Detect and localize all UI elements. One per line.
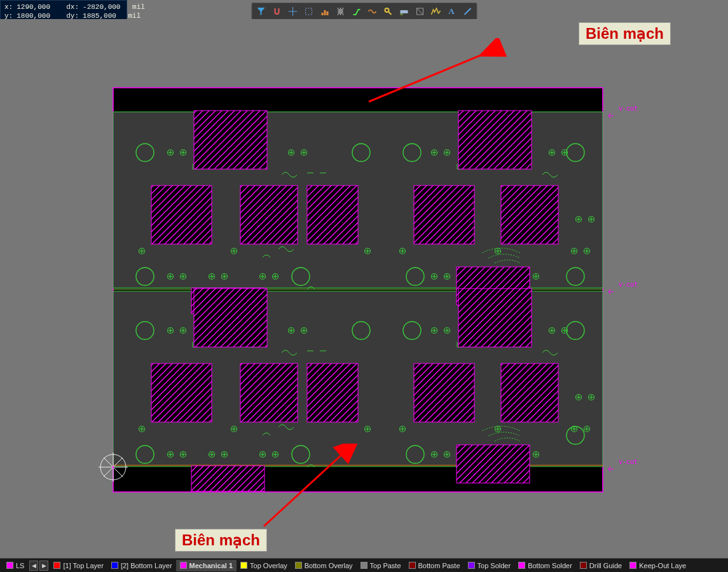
ruler-icon[interactable]	[396, 4, 411, 18]
line-icon[interactable]	[460, 4, 475, 18]
layer-tab[interactable]: Mechanical 1	[176, 560, 237, 571]
layer-tab[interactable]: Top Solder	[464, 560, 515, 571]
annotation-top: Biên mạch	[579, 22, 671, 45]
layer-swatch	[629, 562, 636, 569]
layer-tab[interactable]: [2] Bottom Layer	[107, 560, 176, 571]
layer-tab[interactable]: Bottom Paste	[405, 560, 464, 571]
svg-point-60	[113, 466, 114, 468]
key-icon[interactable]	[380, 4, 395, 18]
layer-swatch	[468, 562, 475, 569]
layer-label: Drill Guide	[589, 562, 622, 569]
layer-swatch	[361, 562, 367, 569]
dx-label: dx:	[66, 3, 79, 11]
svg-line-19	[464, 8, 470, 15]
layer-label: Keep-Out Laye	[639, 562, 686, 569]
layer-tabs-bar: LS ◀ ▶ [1] Top Layer[2] Bottom LayerMech…	[0, 558, 728, 572]
layer-tab[interactable]: Top Paste	[357, 560, 405, 571]
pcb-canvas[interactable]: v-cut v-cut v-cut Biên	[0, 19, 728, 558]
svg-rect-3	[321, 13, 323, 15]
annotation-bottom: Biên mạch	[175, 529, 267, 552]
snap-icon[interactable]	[269, 4, 284, 18]
layer-next-button[interactable]: ▶	[39, 561, 48, 571]
layer-label: [2] Bottom Layer	[121, 562, 172, 569]
component-icon[interactable]	[333, 4, 348, 18]
unit: mil	[132, 3, 145, 11]
dimension-icon[interactable]	[412, 4, 427, 18]
select-rect-icon[interactable]	[301, 4, 316, 18]
layer-swatch	[580, 562, 587, 569]
x-value: 1290,000	[17, 3, 50, 11]
svg-rect-5	[326, 11, 328, 15]
layer-tab[interactable]: Keep-Out Laye	[626, 560, 690, 571]
layer-prev-button[interactable]: ◀	[29, 561, 38, 571]
grid-icon[interactable]	[428, 4, 443, 18]
crosshair-icon[interactable]	[285, 4, 300, 18]
svg-rect-4	[324, 10, 326, 15]
layer-tab[interactable]: [1] Top Layer	[50, 560, 107, 571]
ls-button[interactable]: LS	[3, 560, 28, 571]
svg-text:v-cut: v-cut	[619, 458, 638, 465]
layer-tab[interactable]: Top Overlay	[237, 560, 291, 571]
layer-swatch	[53, 562, 60, 569]
svg-rect-16	[400, 13, 402, 15]
filter-icon[interactable]	[253, 4, 268, 18]
svg-line-14	[388, 11, 391, 15]
layer-label: Top Overlay	[250, 562, 287, 569]
svg-text:v-cut: v-cut	[619, 281, 638, 288]
layer-swatch	[111, 562, 118, 569]
dx-value: -2820,000	[83, 3, 120, 11]
layer-tab[interactable]: Bottom Overlay	[291, 560, 357, 571]
layer-label: Mechanical 1	[189, 562, 233, 569]
layer-swatch	[180, 562, 187, 569]
svg-rect-2	[305, 8, 312, 15]
layer-swatch	[295, 562, 302, 569]
svg-rect-15	[400, 10, 408, 13]
svg-text:v-cut: v-cut	[619, 105, 638, 112]
layer-swatch	[240, 562, 247, 569]
x-label: x:	[4, 3, 13, 11]
layer-label: Bottom Overlay	[305, 562, 353, 569]
layer-tab[interactable]: Drill Guide	[576, 560, 626, 571]
layer-swatch	[518, 562, 525, 569]
wave-icon[interactable]	[364, 4, 380, 18]
pcb-drawing: v-cut v-cut v-cut	[0, 19, 728, 558]
layer-label: Top Paste	[370, 562, 401, 569]
layer-tab[interactable]: Bottom Solder	[514, 560, 576, 571]
svg-line-18	[416, 8, 423, 15]
layer-label: [1] Top Layer	[63, 562, 103, 569]
align-icon[interactable]	[317, 4, 332, 18]
route-icon[interactable]	[348, 4, 364, 18]
svg-rect-6	[338, 9, 343, 14]
text-icon[interactable]: A	[444, 4, 459, 18]
layer-swatch	[409, 562, 416, 569]
active-toolbar: A	[251, 3, 477, 20]
layer-label: Bottom Paste	[418, 562, 460, 569]
layer-label: Top Solder	[477, 562, 511, 569]
layer-label: Bottom Solder	[528, 562, 572, 569]
